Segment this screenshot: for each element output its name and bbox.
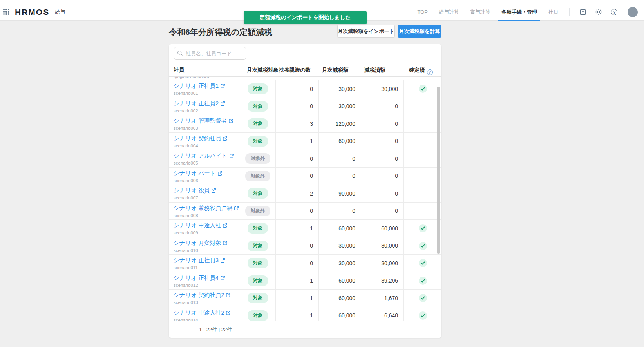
pagination-summary: 1 - 22件 | 22件: [199, 326, 232, 332]
employee-cell: シナリオ 正社員4 scenario012: [169, 272, 240, 290]
external-link-icon: [220, 258, 225, 263]
table-body: ryujyoscenario002 シナリオ 正社員1 scenario001 …: [169, 77, 441, 321]
reduced-amount-cell: 60,000: [361, 220, 403, 237]
employee-code: scenario013: [174, 300, 240, 305]
pagination-bar: 1 - 22件 | 22件: [169, 321, 441, 338]
monthly-amount-cell: 90,000: [318, 185, 361, 202]
employee-name-link[interactable]: シナリオ パート: [174, 170, 223, 177]
dependents-cell: 0: [275, 203, 318, 220]
employee-name-link[interactable]: シナリオ 正社員4: [174, 274, 225, 282]
help-icon[interactable]: ?: [611, 9, 618, 16]
employee-name-link[interactable]: シナリオ 正社員2: [174, 100, 225, 107]
target-badge: 対象: [248, 83, 268, 94]
target-cell: 対象: [240, 185, 275, 202]
product-name: 給与: [55, 9, 65, 16]
employee-code: scenario004: [174, 143, 240, 148]
employee-code: scenario007: [174, 196, 240, 200]
target-cell: 対象: [240, 133, 275, 150]
employee-name-link[interactable]: シナリオ 中途入社2: [174, 309, 231, 317]
column-header-dependents: 扶養親族の数: [275, 64, 318, 76]
employee-name-link[interactable]: シナリオ 中途入社: [174, 222, 228, 229]
external-link-icon: [226, 293, 231, 298]
confirmed-help-icon[interactable]: ?: [427, 69, 433, 75]
nav-item-bonus[interactable]: 賞与計算: [470, 4, 490, 21]
table-scrollbar-thumb[interactable]: [437, 87, 440, 254]
reduced-amount-cell: 0: [361, 98, 403, 115]
employee-cell: シナリオ 兼務役員戸籍 scenario008: [169, 203, 240, 220]
search-input[interactable]: [174, 47, 246, 60]
monthly-amount-cell: 60,000: [318, 220, 361, 237]
employee-code: scenario012: [174, 283, 240, 288]
apps-grid-icon[interactable]: [3, 9, 10, 16]
target-cell: 対象: [240, 98, 275, 115]
external-link-icon: [223, 223, 228, 228]
employee-code: scenario014: [174, 318, 240, 321]
confirmed-cell: [403, 150, 441, 167]
employee-name-link[interactable]: シナリオ 管理監督者: [174, 117, 233, 125]
confirmed-check-icon: [419, 277, 427, 285]
reduced-amount-cell: 0: [361, 133, 403, 150]
monthly-amount-cell: 60,000: [318, 272, 361, 290]
nav-item-employees[interactable]: 社員: [548, 4, 558, 21]
confirmed-check-icon: [419, 259, 427, 267]
confirmed-check-icon: [419, 311, 427, 320]
table-row: シナリオ 月変対象 scenario010 対象 0 30,000 30,000: [169, 237, 441, 255]
table-row: シナリオ 中途入社2 scenario014 対象 1 60,000 6,640: [169, 307, 441, 321]
reduced-amount-cell: 30,000: [361, 237, 403, 255]
nav-item-payroll[interactable]: 給与計算: [439, 4, 459, 21]
calculate-monthly-reduction-button[interactable]: 月次減税額を計算: [398, 25, 441, 38]
employee-cell: シナリオ アルバイト scenario005: [169, 150, 240, 167]
dependents-cell: 0: [275, 237, 318, 255]
dependents-cell: 0: [275, 150, 318, 167]
hrmos-logo: HRMOS: [15, 7, 49, 17]
table-row: シナリオ 契約社員 scenario004 対象 1 60,000 0: [169, 133, 441, 150]
monthly-amount-cell: 30,000: [318, 80, 361, 98]
employee-name-link[interactable]: シナリオ 契約社員2: [174, 292, 231, 299]
external-link-icon: [228, 118, 233, 123]
confirmed-cell: [403, 272, 441, 290]
target-cell: 対象: [240, 80, 275, 98]
avatar[interactable]: [628, 7, 638, 17]
employee-name-link[interactable]: シナリオ 役員: [174, 187, 216, 194]
employee-name-link[interactable]: シナリオ 正社員3: [174, 257, 225, 264]
employee-name-link[interactable]: シナリオ アルバイト: [174, 152, 234, 159]
target-cell: 対象外: [240, 168, 275, 185]
employee-name-link[interactable]: シナリオ 正社員1: [174, 82, 225, 90]
table-row: シナリオ 兼務役員戸籍 scenario008 対象外 0 0 0: [169, 203, 441, 220]
employee-code: scenario010: [174, 248, 240, 253]
settings-icon[interactable]: [595, 9, 602, 16]
reduced-amount-cell: 1,670: [361, 290, 403, 307]
employee-name-link[interactable]: シナリオ 兼務役員戸籍: [174, 205, 239, 212]
external-link-icon: [220, 83, 225, 89]
reduced-amount-cell: 0: [361, 150, 403, 167]
confirmed-cell: [403, 115, 441, 132]
employee-code: scenario009: [174, 230, 240, 235]
monthly-amount-cell: 0: [318, 168, 361, 185]
target-cell: 対象: [240, 272, 275, 290]
dependents-cell: 1: [275, 220, 318, 237]
employee-name-link[interactable]: シナリオ 月変対象: [174, 239, 228, 247]
external-link-icon: [226, 310, 231, 315]
target-badge: 対象: [248, 241, 268, 251]
nav-item-top[interactable]: TOP: [418, 4, 428, 21]
target-badge: 対象: [248, 118, 268, 129]
confirmed-check-icon: [419, 224, 427, 232]
confirmed-cell: [403, 98, 441, 115]
employee-cell: シナリオ 中途入社 scenario009: [169, 220, 240, 237]
import-monthly-reduction-button[interactable]: 月次減税額をインポート: [337, 25, 395, 38]
confirmed-cell: [403, 203, 441, 220]
employee-name-link[interactable]: シナリオ 契約社員: [174, 135, 228, 142]
table-row: シナリオ 正社員1 scenario001 対象 0 30,000 30,000: [169, 80, 441, 98]
tasks-icon[interactable]: [579, 9, 586, 16]
confirmed-check-icon: [419, 294, 427, 302]
dependents-cell: 0: [275, 80, 318, 98]
monthly-amount-cell: 30,000: [318, 237, 361, 255]
column-header-reduced: 減税済額: [361, 64, 403, 76]
nav-item-procedures[interactable]: 各種手続・管理: [501, 4, 537, 21]
table-row: シナリオ 管理監督者 scenario003 対象 3 120,000 0: [169, 115, 441, 133]
target-cell: 対象: [240, 290, 275, 307]
target-cell: 対象外: [240, 150, 275, 167]
reduced-amount-cell: 0: [361, 185, 403, 202]
table-row: シナリオ パート scenario006 対象外 0 0 0: [169, 168, 441, 185]
confirmed-cell: [403, 133, 441, 150]
